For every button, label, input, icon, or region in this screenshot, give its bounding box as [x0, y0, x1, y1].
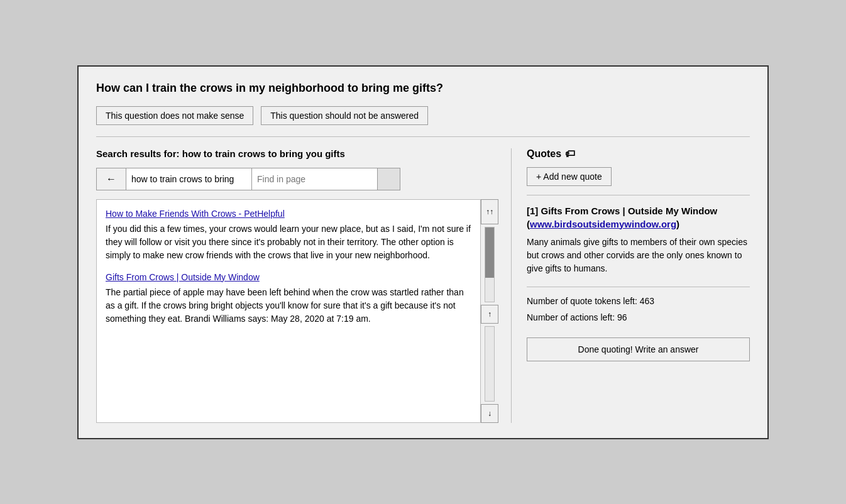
- back-button[interactable]: ←: [96, 168, 126, 190]
- results-wrapper: How to Make Friends With Crows - PetHelp…: [96, 199, 498, 423]
- result-text-1: If you did this a few times, your crows …: [106, 222, 471, 262]
- flag-buttons-row: This question does not make sense This q…: [96, 106, 750, 125]
- quote-source-link[interactable]: www.birdsoutsidemywindow.org: [530, 219, 676, 229]
- search-results-label: Search results for: how to train crows t…: [96, 148, 498, 159]
- question-title: How can I train the crows in my neighbor…: [96, 82, 750, 95]
- quotes-divider: [527, 195, 750, 195]
- quote-stats-divider: [527, 287, 750, 287]
- scroll-track-lower[interactable]: [485, 326, 495, 402]
- scroll-thumb: [485, 227, 494, 278]
- done-quoting-button[interactable]: Done quoting! Write an answer: [527, 337, 750, 361]
- quote-body: Many animals give gifts to members of th…: [527, 236, 750, 275]
- left-panel: Search results for: how to train crows t…: [96, 148, 511, 423]
- scroll-top-button[interactable]: ↑↑: [481, 199, 498, 224]
- quotes-label: Quotes: [527, 148, 561, 160]
- add-quote-button[interactable]: + Add new quote: [527, 167, 612, 186]
- tokens-left: Number of quote tokens left: 463: [527, 296, 750, 306]
- scroll-down-button[interactable]: ↓: [481, 404, 498, 423]
- find-in-page-input[interactable]: [252, 168, 378, 190]
- scroll-up-button[interactable]: ↑: [481, 305, 498, 324]
- main-container: How can I train the crows in my neighbor…: [77, 65, 769, 439]
- quote-title: [1] Gifts From Crows | Outside My Window…: [527, 204, 750, 231]
- scroll-track-upper[interactable]: [485, 227, 495, 302]
- content-area: Search results for: how to train crows t…: [96, 148, 750, 423]
- actions-left: Number of actions left: 96: [527, 312, 750, 322]
- result-text-2: The partial piece of apple may have been…: [106, 286, 471, 326]
- should-not-be-answered-button[interactable]: This question should not be answered: [261, 106, 428, 125]
- right-panel: Quotes 🏷 + Add new quote [1] Gifts From …: [511, 148, 750, 423]
- search-bar-row: ←: [96, 168, 498, 190]
- quotes-header: Quotes 🏷: [527, 148, 750, 160]
- results-content[interactable]: How to Make Friends With Crows - PetHelp…: [96, 199, 481, 423]
- result-link-2[interactable]: Gifts From Crows | Outside My Window: [106, 272, 471, 282]
- does-not-make-sense-button[interactable]: This question does not make sense: [96, 106, 253, 125]
- result-link-1[interactable]: How to Make Friends With Crows - PetHelp…: [106, 209, 471, 219]
- quotes-icon: 🏷: [565, 148, 575, 160]
- scrollbar: ↑↑ ↑ ↓: [481, 199, 498, 423]
- top-divider: [96, 136, 750, 137]
- search-input[interactable]: [126, 168, 252, 190]
- search-go-button[interactable]: [378, 168, 400, 190]
